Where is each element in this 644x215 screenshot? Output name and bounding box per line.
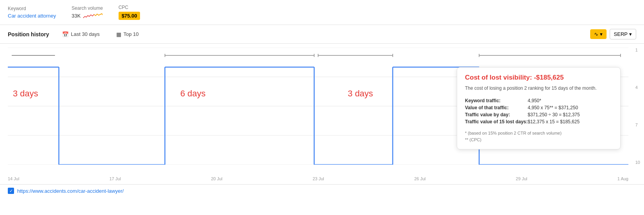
tooltip-value-1: 4,950 x 75** = $371,250 xyxy=(528,104,612,111)
top10-button[interactable]: ▦ Top 10 xyxy=(113,29,142,39)
tooltip-title-text: Cost of lost visibility: xyxy=(465,74,534,81)
tooltip-cost: -$185,625 xyxy=(534,74,564,81)
toolbar-right: ∿ ▾ SERP ▾ xyxy=(590,29,636,39)
x-label-17jul: 17 Jul xyxy=(109,176,121,181)
cpc-col: CPC $75.00 xyxy=(119,5,140,20)
toolbar-row: Position history 📅 Last 30 days ▦ Top 10… xyxy=(0,25,644,44)
search-volume-value: 33K xyxy=(72,12,103,20)
tooltip-value-3: $12,375 x 15 = $185,625 xyxy=(528,118,612,125)
chart-area: 1 4 7 10 xyxy=(0,44,644,184)
table-icon: ▦ xyxy=(116,31,121,37)
header-row: Keyword Car accident attorney Search vol… xyxy=(0,0,644,25)
serp-label: SERP xyxy=(614,31,628,37)
search-volume-label: Search volume xyxy=(72,5,103,11)
last-30-days-button[interactable]: 📅 Last 30 days xyxy=(59,29,103,39)
tooltip-row-3: Traffic value of 15 lost days: $12,375 x… xyxy=(465,118,612,125)
tooltip-title: Cost of lost visibility: -$185,625 xyxy=(465,74,612,82)
y-axis: 1 4 7 10 xyxy=(635,48,640,165)
position-history-title: Position history xyxy=(8,31,49,37)
tooltip-label-2: Traffic value by day: xyxy=(465,111,528,118)
url-link[interactable]: https://www.accidents.com/car-accident-l… xyxy=(17,188,124,194)
keyword-link[interactable]: Car accident attorney xyxy=(8,13,56,19)
keyword-col: Keyword Car accident attorney xyxy=(8,6,56,19)
chart-type-icon: ∿ xyxy=(594,31,598,37)
cpc-label: CPC xyxy=(119,5,140,10)
tooltip-value-0: 4,950* xyxy=(528,97,612,104)
search-volume-col: Search volume 33K xyxy=(72,5,103,20)
tooltip-row-2: Traffic value by day: $371,250 ÷ 30 = $1… xyxy=(465,111,612,118)
serp-dropdown-icon: ▾ xyxy=(629,31,632,37)
chart-type-dropdown-icon: ▾ xyxy=(600,31,603,37)
tooltip-label-3: Traffic value of 15 lost days: xyxy=(465,118,528,125)
y-label-4: 4 xyxy=(635,85,640,90)
x-label-20jul: 20 Jul xyxy=(211,176,222,181)
x-label-23jul: 23 Jul xyxy=(312,176,324,181)
tooltip-label-0: Keyword traffic: xyxy=(465,97,528,104)
cost-tooltip: Cost of lost visibility: -$185,625 The c… xyxy=(457,67,621,149)
x-label-29jul: 29 Jul xyxy=(516,176,527,181)
tooltip-footnote-1: * (based on 15% position 2 CTR of search… xyxy=(465,130,612,137)
cpc-value: $75.00 xyxy=(119,12,140,20)
y-label-1: 1 xyxy=(635,48,640,52)
tooltip-footer: * (based on 15% position 2 CTR of search… xyxy=(465,130,612,143)
y-label-7: 7 xyxy=(635,123,640,127)
keyword-label: Keyword xyxy=(8,6,56,11)
top10-label: Top 10 xyxy=(124,31,139,37)
tooltip-row-1: Value of that traffic: 4,950 x 75** = $3… xyxy=(465,104,612,111)
main-container: Keyword Car accident attorney Search vol… xyxy=(0,0,644,215)
serp-button[interactable]: SERP ▾ xyxy=(610,29,636,39)
last-30-days-label: Last 30 days xyxy=(71,31,100,37)
sparkline-chart xyxy=(83,12,103,20)
bottom-row: https://www.accidents.com/car-accident-l… xyxy=(0,184,644,197)
y-label-10: 10 xyxy=(635,160,640,165)
x-axis: 14 Jul 17 Jul 20 Jul 23 Jul 26 Jul 29 Ju… xyxy=(8,176,628,181)
url-checkbox[interactable] xyxy=(8,188,14,194)
x-label-14jul: 14 Jul xyxy=(8,176,19,181)
calendar-icon: 📅 xyxy=(62,31,69,37)
tooltip-row-0: Keyword traffic: 4,950* xyxy=(465,97,612,104)
tooltip-table: Keyword traffic: 4,950* Value of that tr… xyxy=(465,97,612,125)
chart-type-button[interactable]: ∿ ▾ xyxy=(590,29,607,39)
tooltip-value-2: $371,250 ÷ 30 = $12,375 xyxy=(528,111,612,118)
x-label-26jul: 26 Jul xyxy=(414,176,426,181)
search-volume-number: 33K xyxy=(72,13,81,19)
tooltip-footnote-2: ** (CPC) xyxy=(465,137,612,143)
tooltip-label-1: Value of that traffic: xyxy=(465,104,528,111)
x-label-1aug: 1 Aug xyxy=(617,176,628,181)
tooltip-description: The cost of losing a position 2 ranking … xyxy=(465,85,612,92)
